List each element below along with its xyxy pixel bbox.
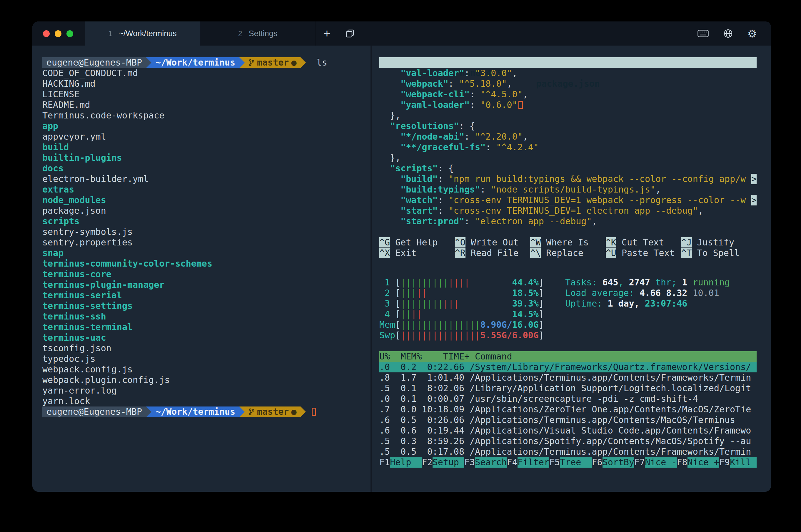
nano-cursor	[518, 101, 523, 109]
file-entry: webpack.config.js	[42, 364, 371, 375]
process-row[interactable]: .6 0.6 0:19.44 /Applications/Visual Stud…	[379, 425, 757, 436]
file-entry: sentry-symbols.js	[42, 227, 371, 237]
nano-shortcut: ^J Justify	[681, 237, 757, 248]
htop-monitor: 1 [||||||||||||| 44.4%] 2 [||||| 18.5%] …	[379, 277, 757, 468]
branch-dot: ●	[291, 57, 296, 68]
file-entry: webpack.plugin.config.js	[42, 375, 371, 385]
tab-title: Settings	[249, 29, 278, 38]
window-controls	[32, 21, 85, 45]
nano-shortcut-row: ^X Exit^R Read File^\ Replace^U Paste Te…	[379, 248, 757, 258]
file-entry: terminus-community-color-schemes	[42, 258, 371, 269]
htop-meter: Swp[|||||||||||||||5.55G/6.00G]	[379, 330, 544, 341]
file-entry: scripts	[42, 216, 371, 227]
tab-index: 1	[108, 30, 112, 38]
file-entry: extras	[42, 184, 371, 195]
process-row[interactable]: .8 1.7 1:01.40 /Applications/Terminus.ap…	[379, 373, 757, 383]
file-entry: app	[42, 121, 371, 131]
prompt-branch-segment: master●	[245, 57, 300, 68]
htop-meter: 3 [||||||||||| 39.3%]	[379, 298, 544, 309]
htop-meters-area: 1 [||||||||||||| 44.4%] 2 [||||| 18.5%] …	[379, 277, 757, 341]
nano-truncation-marker: >	[751, 195, 757, 206]
git-branch-icon	[249, 408, 255, 416]
process-row[interactable]: .0 0.1 0:00.07 /usr/sbin/screencapture -…	[379, 394, 757, 404]
close-button[interactable]	[43, 30, 50, 37]
nano-shortcut: ^K Cut Text	[606, 237, 681, 248]
plus-icon: +	[323, 21, 330, 45]
file-entry: snap	[42, 248, 371, 258]
process-row[interactable]: .0 0.2 0:22.66 /System/Library/Framework…	[379, 362, 757, 373]
file-entry: docs	[42, 163, 371, 174]
process-row[interactable]: .5 0.5 0:17.08 /Applications/Terminus.ap…	[379, 446, 757, 457]
branch-dot: ●	[291, 406, 296, 417]
nano-code-line: "build": "npm run build:typings && webpa…	[379, 174, 757, 184]
nano-code-line: "val-loader": "3.0.0",	[379, 68, 757, 78]
fkey-f7: F7Nice -	[634, 457, 677, 468]
powerline-arrow-icon	[239, 406, 245, 417]
process-row[interactable]: .6 0.5 0:26.06 /Applications/Terminus.ap…	[379, 415, 757, 425]
nano-code-line: "scripts": {	[379, 163, 757, 174]
new-window-button[interactable]	[338, 21, 361, 45]
process-row[interactable]: .7 0.0 10:18.09 /Applications/ZeroTier O…	[379, 404, 757, 415]
nano-shortcut-bar: ^G Get Help^O Write Out^W Where Is^K Cut…	[379, 237, 757, 258]
file-entry: package.json	[42, 206, 371, 216]
nano-code-line: "*/node-abi": "^2.20.0",	[379, 131, 757, 142]
file-entry: README.md	[42, 100, 371, 110]
tab-settings[interactable]: 2 Settings	[200, 21, 316, 45]
nano-code-line: "yaml-loader": "0.6.0"	[379, 100, 757, 110]
ls-output: CODE_OF_CONDUCT.mdHACKING.mdLICENSEREADM…	[42, 68, 371, 406]
fkey-f9: F9Kill	[719, 457, 757, 468]
titlebar: 1 ~/Work/terminus 2 Settings +	[32, 21, 771, 45]
process-row[interactable]: .5 0.1 8:02.06 /Library/Application Supp…	[379, 383, 757, 394]
prompt-user-segment: eugene@Eugenes-MBP	[42, 57, 146, 68]
file-entry: terminus-uac	[42, 332, 371, 343]
file-entry: yarn.lock	[42, 396, 371, 406]
prompt-path-segment: ~/Work/terminus	[151, 406, 239, 417]
nano-shortcut: ^T To Spell	[681, 248, 757, 258]
globe-icon[interactable]	[723, 29, 733, 38]
zoom-button[interactable]	[67, 30, 73, 37]
prompt-path-segment: ~/Work/terminus	[151, 57, 239, 68]
fkey-f6: F6SortBy	[592, 457, 635, 468]
terminal-prompt: eugene@Eugenes-MBP ~/Work/terminus maste…	[42, 57, 371, 68]
nano-truncation-marker: >	[751, 174, 757, 184]
nano-code-line: "start:prod": "electron app --debug",	[379, 216, 757, 227]
process-row[interactable]: .5 0.3 8:59.26 /Applications/Spotify.app…	[379, 436, 757, 446]
htop-stat-line: Uptime: 1 day, 23:07:46	[565, 298, 730, 309]
file-entry: typedoc.js	[42, 354, 371, 364]
nano-code-line: "watch": "cross-env TERMINUS_DEV=1 webpa…	[379, 195, 757, 206]
nano-shortcut: ^X Exit	[379, 248, 455, 258]
prompt-user-segment: eugene@Eugenes-MBP	[42, 406, 146, 417]
nano-code-line: "resolutions": {	[379, 121, 757, 131]
powerline-arrow-icon	[146, 57, 151, 68]
nano-shortcut: ^\ Replace	[530, 248, 606, 258]
process-rows: .0 0.2 0:22.66 /System/Library/Framework…	[379, 362, 757, 457]
nano-code-line: "start": "cross-env TERMINUS_DEV=1 elect…	[379, 206, 757, 216]
powerline-arrow-icon	[146, 406, 151, 417]
prompt-branch-segment: master●	[245, 406, 300, 417]
nano-editor: GNU nano 4.5 package.json "val-loader": …	[379, 57, 757, 258]
nano-code-line: "**/graceful-fs": "^4.2.4"	[379, 142, 757, 153]
new-tab-button[interactable]: +	[316, 21, 338, 45]
file-entry: appveyor.yml	[42, 131, 371, 142]
tab-work-terminus[interactable]: 1 ~/Work/terminus	[85, 21, 200, 45]
fkey-f5: F5Tree	[549, 457, 592, 468]
minimize-button[interactable]	[55, 30, 61, 37]
htop-function-key-bar: F1Help F2Setup F3SearchF4FilterF5Tree F6…	[379, 457, 757, 468]
nano-buffer: "val-loader": "3.0.0", "webpack": "^5.18…	[379, 68, 757, 227]
nano-shortcut-row: ^G Get Help^O Write Out^W Where Is^K Cut…	[379, 237, 757, 248]
process-table-header[interactable]: U% MEM% TIME+ Command	[379, 351, 757, 362]
process-table: U% MEM% TIME+ Command .0 0.2 0:22.66 /Sy…	[379, 351, 757, 457]
tab-index: 2	[238, 30, 242, 38]
nano-code-line: "webpack-cli": "^4.5.0",	[379, 89, 757, 100]
file-entry: electron-builder.yml	[42, 174, 371, 184]
terminal-pane-left[interactable]: eugene@Eugenes-MBP ~/Work/terminus maste…	[32, 45, 371, 492]
typed-command: ls	[306, 57, 327, 68]
nano-shortcut: ^W Where Is	[530, 237, 606, 248]
file-entry: build	[42, 142, 371, 153]
terminal-pane-right[interactable]: GNU nano 4.5 package.json "val-loader": …	[372, 45, 771, 492]
htop-meter: Mem[|||||||||||||||8.90G/16.0G]	[379, 320, 544, 330]
keyboard-icon[interactable]	[697, 30, 709, 37]
nano-code-line: "build:typings": "node scripts/build-typ…	[379, 184, 757, 195]
gear-icon[interactable]: ⚙	[747, 27, 757, 40]
nano-code-line: },	[379, 110, 757, 121]
